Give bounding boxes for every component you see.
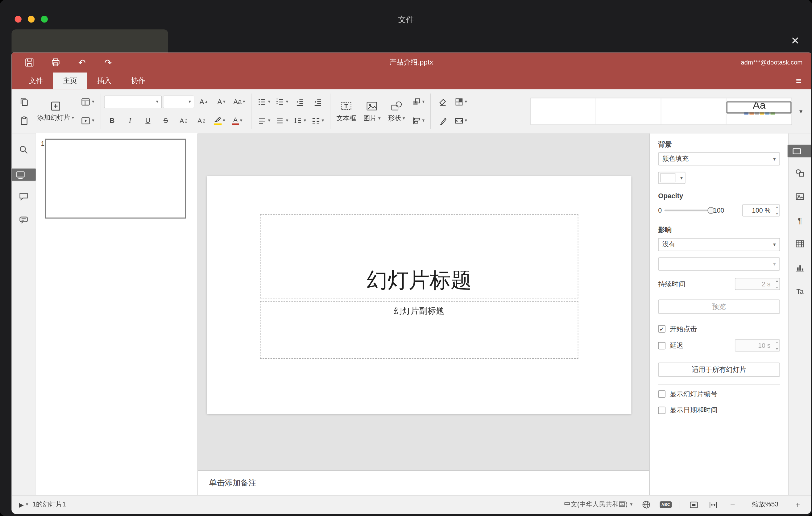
line-spacing-button[interactable]: ▾ [291, 113, 308, 128]
apply-to-all-slides-button[interactable]: 适用于所有幻灯片 [658, 363, 780, 377]
textart-settings-icon[interactable]: Ta [792, 283, 808, 299]
insert-image-button[interactable]: 图片▾ [360, 89, 384, 133]
zoom-in-icon[interactable]: + [792, 499, 803, 510]
image-settings-icon[interactable] [792, 188, 808, 205]
italic-button[interactable]: I [121, 113, 138, 128]
slides-panel-icon[interactable] [11, 168, 36, 181]
chevron-down-icon: ▾ [268, 118, 270, 123]
font-size-select[interactable]: ▾ [163, 95, 194, 108]
table-settings-icon[interactable] [792, 235, 808, 252]
fit-width-icon[interactable] [707, 499, 719, 510]
spinner-icons[interactable]: ▴▾ [776, 205, 778, 216]
set-language-globe-icon[interactable] [640, 499, 652, 510]
slide[interactable]: 幻灯片标题 幻灯片副标题 [207, 176, 632, 414]
delay-input[interactable]: 10 s ▴▾ [735, 340, 780, 351]
tab-file[interactable]: 文件 [19, 73, 53, 89]
opacity-slider-knob[interactable] [707, 207, 714, 214]
spellcheck-icon[interactable]: ABC [660, 501, 672, 508]
theme-option-selected[interactable]: Aa [727, 101, 792, 113]
slide-canvas-area[interactable]: 幻灯片标题 幻灯片副标题 [198, 133, 649, 470]
opacity-slider[interactable] [665, 209, 711, 211]
background-fill-select[interactable]: 颜色填充 ▾ [658, 152, 780, 166]
clear-style-icon[interactable] [434, 94, 451, 109]
slide-settings-icon[interactable] [787, 144, 811, 158]
paste-icon[interactable] [16, 113, 32, 128]
close-icon[interactable]: × [787, 31, 803, 49]
spinner-icons[interactable]: ▴▾ [776, 279, 778, 289]
decrease-indent-button[interactable] [291, 94, 308, 109]
underline-button[interactable]: U [140, 113, 156, 128]
tab-home[interactable]: 主页 [53, 73, 87, 89]
save-icon[interactable] [23, 56, 36, 69]
theme-option-2[interactable] [596, 98, 661, 124]
start-slideshow-icon[interactable]: ▾ [79, 113, 96, 128]
theme-option-1[interactable] [531, 98, 596, 124]
subtitle-placeholder[interactable]: 幻灯片副标题 [260, 301, 578, 359]
decrease-font-size-button[interactable]: A▾ [213, 94, 230, 109]
effect-option-select[interactable]: ▾ [658, 257, 780, 271]
zoom-out-icon[interactable]: − [727, 499, 738, 510]
tab-collaboration[interactable]: 协作 [121, 73, 155, 89]
align-shapes-button[interactable]: ▾ [410, 113, 426, 128]
hamburger-menu-icon[interactable]: ≡ [794, 73, 804, 89]
preview-button[interactable]: 预览 [658, 299, 780, 314]
slide-thumbnail[interactable] [45, 139, 186, 219]
opacity-input[interactable]: 100 % ▴▾ [742, 204, 780, 216]
show-date-label: 显示日期和时间 [670, 405, 718, 415]
add-slide-button[interactable]: 添加幻灯片▾ [34, 89, 78, 133]
spinner-icons[interactable]: ▴▾ [776, 340, 778, 350]
highlight-color-button[interactable]: ▾ [211, 113, 228, 128]
chart-settings-icon[interactable] [792, 259, 808, 276]
slide-size-icon[interactable]: ▾ [452, 113, 469, 128]
delay-checkbox[interactable] [658, 342, 665, 349]
change-case-button[interactable]: Aa▾ [231, 94, 248, 109]
subscript-button[interactable]: A2 [193, 113, 210, 128]
shape-fill-icon[interactable]: ▾ [452, 94, 469, 109]
notes-area[interactable]: 单击添加备注 [198, 470, 649, 495]
print-icon[interactable] [49, 56, 62, 69]
fit-slide-icon[interactable] [688, 499, 699, 510]
vertical-align-button[interactable]: ▾ [273, 113, 290, 128]
increase-font-size-button[interactable]: A▴ [195, 94, 212, 109]
undo-icon[interactable]: ↶ [76, 56, 88, 69]
language-selector[interactable]: 中文(中华人民共和国) ▾ [564, 500, 633, 509]
redo-icon[interactable]: ↷ [102, 56, 114, 69]
status-bar: ▶ ▾ 1的幻灯片1 中文(中华人民共和国) ▾ ABC [11, 495, 811, 514]
tab-insert[interactable]: 插入 [87, 73, 121, 89]
increase-indent-button[interactable] [309, 94, 326, 109]
app-window: 文件 × ↶ ↷ [0, 0, 812, 516]
duration-input[interactable]: 2 s ▴▾ [735, 278, 780, 290]
font-color-button[interactable]: A ▾ [229, 113, 245, 128]
theme-option-3[interactable] [661, 98, 726, 124]
columns-button[interactable]: ▾ [309, 113, 326, 128]
start-on-click-checkbox[interactable]: ✓ [658, 325, 665, 333]
zoom-level-label[interactable]: 缩放%53 [746, 500, 784, 509]
theme-gallery-expand-icon[interactable]: ▾ [794, 89, 808, 133]
start-slideshow-status-button[interactable]: ▶ ▾ [19, 501, 28, 508]
bold-button[interactable]: B [104, 113, 120, 128]
insert-textbox-button[interactable]: 文本框 [333, 89, 360, 133]
show-slide-number-checkbox[interactable] [658, 391, 665, 398]
numbered-list-button[interactable]: ▾ [273, 94, 290, 109]
comments-icon[interactable] [15, 188, 32, 205]
background-color-select[interactable]: ▾ [658, 172, 686, 184]
shape-settings-icon[interactable] [792, 165, 808, 181]
arrange-shapes-button[interactable]: ▾ [410, 94, 426, 109]
effect-select[interactable]: 没有 ▾ [658, 238, 780, 251]
copy-icon[interactable] [16, 94, 32, 109]
font-name-select[interactable]: ▾ [104, 95, 161, 108]
paragraph-settings-icon[interactable]: ¶ [792, 212, 808, 228]
insert-shape-button[interactable]: 形状▾ [384, 89, 409, 133]
show-date-checkbox[interactable] [658, 407, 665, 414]
bullet-list-button[interactable]: ▾ [256, 94, 272, 109]
home-ribbon: 添加幻灯片▾ ▾ ▾ [11, 89, 811, 133]
title-placeholder[interactable]: 幻灯片标题 [260, 214, 578, 298]
slide-layout-icon[interactable]: ▾ [79, 94, 96, 109]
horizontal-align-button[interactable]: ▾ [256, 113, 272, 128]
search-icon[interactable] [15, 141, 32, 158]
copy-style-icon[interactable] [434, 113, 451, 128]
shape-icon [390, 100, 403, 112]
strikethrough-button[interactable]: S [157, 113, 174, 128]
chat-icon[interactable] [15, 212, 32, 228]
superscript-button[interactable]: A2 [175, 113, 192, 128]
